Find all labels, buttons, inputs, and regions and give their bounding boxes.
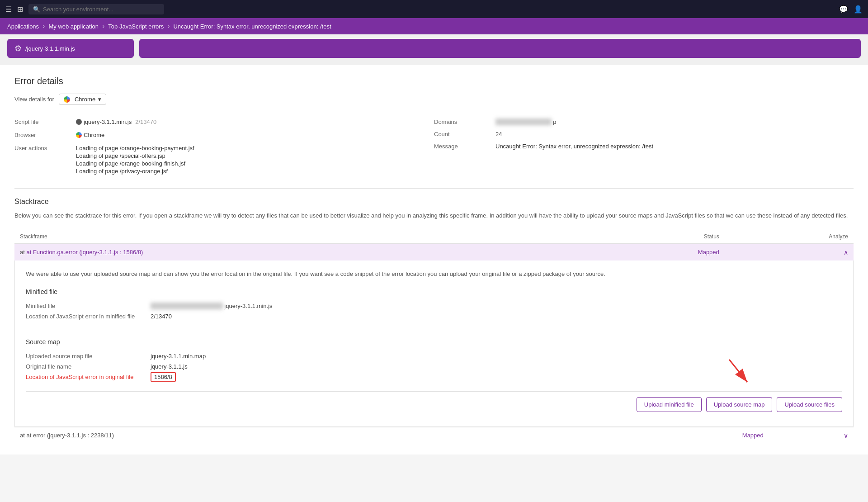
original-location-value: 1586/8 (151, 374, 176, 380)
nav-right: 💬 👤 (839, 5, 863, 14)
col-analyze: Analyze (725, 230, 854, 244)
search-icon: 🔍 (33, 6, 40, 13)
top-section: ⚙ /jquery-3.1.1.min.js (0, 34, 868, 65)
user-actions-list: Loading of page /orange-booking-payment.… (76, 145, 194, 175)
source-map-section: Source map Uploaded source map file jque… (26, 338, 842, 382)
original-location-label: Location of JavaScript error in original… (26, 374, 143, 380)
chat-icon[interactable]: 💬 (839, 5, 848, 14)
minified-location-row: Location of JavaScript error in minified… (26, 311, 842, 322)
message-label: Message (434, 143, 488, 150)
details-left: Script file jquery-3.1.1.min.js 2/13470 … (14, 116, 434, 177)
script-file-name: jquery-3.1.1.min.js (84, 118, 132, 125)
upload-source-files-button[interactable]: Upload source files (777, 397, 842, 412)
stackframe-cell-1: at at Function.ga.error (jquery-3.1.1.js… (14, 244, 587, 260)
source-map-title: Source map (26, 338, 842, 346)
user-action-4: Loading of page /privacy-orange.jsf (76, 168, 194, 175)
browser-circle-icon (76, 132, 82, 138)
minified-file-label: Minified file (26, 303, 143, 309)
stackframe-link-2[interactable]: at error (jquery-3.1.1.js : 2238/11) (26, 432, 114, 439)
status-cell-2: Mapped (592, 427, 769, 444)
view-details-label: View details for (14, 96, 54, 103)
main-content: Error details View details for Chrome ▾ … (0, 65, 868, 455)
search-bar[interactable]: 🔍 (28, 4, 164, 14)
script-file-location: 2/13470 (135, 118, 156, 125)
top-card-1: ⚙ /jquery-3.1.1.min.js (7, 39, 134, 58)
upload-source-map-button[interactable]: Upload source map (706, 397, 773, 412)
user-icon[interactable]: 👤 (854, 5, 863, 14)
expanded-content: We were able to use your uploaded source… (14, 260, 854, 427)
divider-1 (14, 188, 854, 189)
col-status: Status (587, 230, 724, 244)
minified-url-blurred: http://domain.example.com/ (151, 303, 223, 309)
analyze-cell-2: ∨ (769, 427, 854, 444)
count-value: 24 (495, 131, 502, 137)
user-action-2: Loading of page /special-offers.jsp (76, 152, 194, 159)
minified-file-section: Minified file Minified file http://domai… (26, 288, 842, 322)
stackframe-link-1[interactable]: at Function.ga.error (jquery-3.1.1.js : … (26, 249, 143, 256)
script-file-row: Script file jquery-3.1.1.min.js 2/13470 (14, 116, 434, 129)
card-text-1: /jquery-3.1.1.min.js (25, 45, 75, 52)
section-divider (26, 329, 842, 329)
expand-icon-2[interactable]: ∨ (844, 432, 848, 439)
error-details-title: Error details (14, 76, 854, 86)
analyze-cell-1: ∧ (725, 244, 854, 260)
table-row: at at error (jquery-3.1.1.js : 2238/11) … (14, 427, 854, 444)
card-icon-1: ⚙ (14, 43, 22, 53)
mapped-badge-2: Mapped (742, 432, 764, 439)
search-input[interactable] (43, 6, 160, 13)
source-map-file-row: Uploaded source map file jquery-3.1.1.mi… (26, 351, 842, 361)
chevron-down-icon: ▾ (98, 96, 101, 103)
domains-row: Domains domain.example.com p (434, 116, 854, 128)
breadcrumb-top-js-errors[interactable]: Top JavaScript errors (104, 23, 167, 30)
chrome-icon (64, 96, 70, 103)
red-arrow-indicator (725, 355, 752, 393)
globe-icon (76, 119, 82, 125)
collapse-icon-1[interactable]: ∧ (844, 249, 848, 256)
domains-blurred: domain.example.com (495, 118, 552, 125)
status-cell-1: Mapped (587, 244, 724, 260)
minified-filename: jquery-3.1.1.min.js (224, 303, 272, 309)
table-header-row: Stackframe Status Analyze (14, 230, 854, 244)
source-map-file-label: Uploaded source map file (26, 353, 143, 360)
user-actions-label: User actions (14, 145, 69, 152)
breadcrumb: Applications › My web application › Top … (0, 18, 868, 34)
original-file-row: Original file name jquery-3.1.1.js (26, 361, 842, 372)
minified-file-title: Minified file (26, 288, 842, 295)
browser-select[interactable]: Chrome ▾ (59, 94, 106, 105)
script-file-label: Script file (14, 118, 69, 125)
stacktrace-title: Stacktrace (14, 198, 854, 206)
user-actions-row: User actions Loading of page /orange-boo… (14, 142, 434, 177)
upload-buttons-area: Upload minified file Upload source map U… (26, 391, 842, 417)
count-row: Count 24 (434, 128, 854, 140)
browser-name: Chrome (84, 132, 104, 138)
original-file-label: Original file name (26, 363, 143, 370)
upload-minified-button[interactable]: Upload minified file (637, 397, 702, 412)
hamburger-icon[interactable]: ☰ (5, 5, 12, 14)
domains-label: Domains (434, 118, 488, 125)
stacktrace-description: Below you can see the stacktrace for thi… (14, 211, 854, 221)
at-prefix: at (20, 249, 26, 256)
stackframe-cell-2: at at error (jquery-3.1.1.js : 2238/11) (14, 427, 592, 444)
message-row: Message Uncaught Error: Syntax error, un… (434, 140, 854, 152)
breadcrumb-my-web-app[interactable]: My web application (45, 23, 102, 30)
breadcrumb-applications[interactable]: Applications (7, 23, 42, 30)
original-location-row: Location of JavaScript error in original… (26, 372, 842, 382)
expanded-description: We were able to use your uploaded source… (26, 270, 842, 279)
user-action-3: Loading of page /orange-booking-finish.j… (76, 160, 194, 167)
browser-value: Chrome (75, 96, 95, 103)
minified-file-value: http://domain.example.com/ jquery-3.1.1.… (151, 303, 273, 309)
svg-line-0 (729, 360, 747, 382)
top-nav: ☰ ⊞ 🔍 💬 👤 (0, 0, 868, 18)
domains-p: p (553, 118, 556, 125)
original-file-value: jquery-3.1.1.js (151, 363, 188, 370)
count-label: Count (434, 131, 488, 137)
source-map-file-value: jquery-3.1.1.min.map (151, 353, 206, 360)
at-prefix-2: at (20, 432, 26, 439)
arrow-svg (725, 355, 752, 391)
view-details-row: View details for Chrome ▾ (14, 94, 854, 105)
stacktrace-table-2: at at error (jquery-3.1.1.js : 2238/11) … (14, 427, 854, 444)
browser-label: Browser (14, 132, 69, 138)
grid-icon[interactable]: ⊞ (17, 5, 23, 14)
breadcrumb-error-detail[interactable]: Uncaught Error: Syntax error, unrecogniz… (170, 23, 335, 30)
minified-location-label: Location of JavaScript error in minified… (26, 313, 143, 320)
